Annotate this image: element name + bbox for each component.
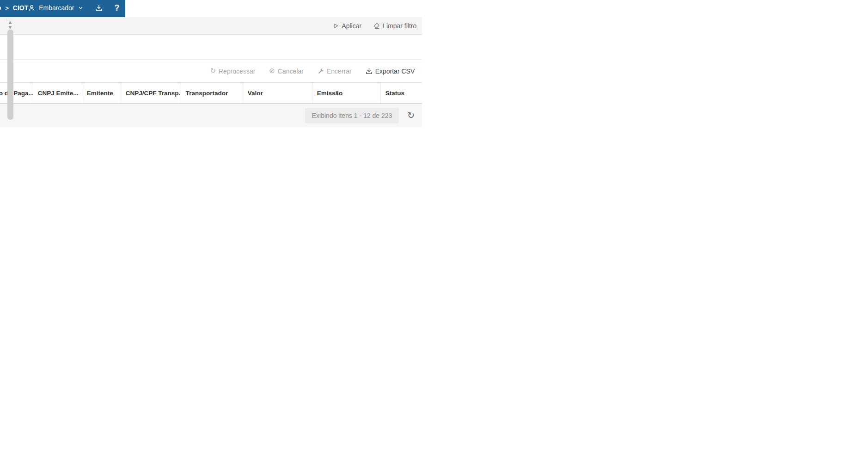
apply-filter-button[interactable]: Aplicar [333,22,361,30]
apply-filter-label: Aplicar [342,22,361,30]
pager-bar: 12345... 12 [0,104,422,127]
header-transportador[interactable]: Transportador [181,83,243,103]
clear-filter-label: Limpar filtro [383,22,416,30]
header-label: Status [385,90,404,97]
user-menu-button[interactable]: Embarcador [28,4,83,12]
app-window: ldFrete > Gestão de Emissão > CIOT Embar… [0,0,14,16]
user-icon [28,5,35,12]
chevron-down-icon [78,6,83,11]
header-label: Tipo de Paga... [0,90,33,97]
scrollbar-thumb[interactable] [7,30,13,120]
wrench-icon [318,68,324,74]
cancel-slash-icon: ⊘ [269,68,275,74]
header-label: Emissão [317,90,343,97]
topbar-right: Embarcador ? [28,4,119,12]
filter-actions: Aplicar Limpar filtro [333,22,416,30]
export-download-icon [366,68,373,74]
header-valor[interactable]: Valor [243,83,312,103]
breadcrumb-item-gestao-de-emissao[interactable]: Gestão de Emissão [0,4,1,12]
header-cnpj-emitente[interactable]: CNPJ Emite... [33,83,82,103]
header-label: CNPJ Emite... [38,90,79,97]
header-label: Emitente [87,90,113,97]
header-status[interactable]: Status [380,83,422,103]
close-ciot-label: Encerrar [327,68,352,75]
header-cnpj-cpf-transportador[interactable]: CNPJ/CPF Transp... [121,83,181,103]
reprocess-label: Reprocessar [219,68,255,75]
header-emissao[interactable]: Emissão [312,83,380,103]
scroll-up-icon[interactable]: ▲ [9,20,12,25]
export-csv-label: Exportar CSV [375,68,415,75]
close-ciot-button[interactable]: Encerrar [318,68,352,75]
header-tipo-pagamento[interactable]: Tipo de Paga... [0,83,33,103]
download-icon [95,4,103,12]
header-label: Valor [248,90,263,97]
table-header: Data de Envio ↓ Tipo Número Protocolo Da… [0,83,422,104]
help-button[interactable]: ? [115,4,120,12]
breadcrumb-separator: > [5,5,9,12]
topbar: ldFrete > Gestão de Emissão > CIOT Embar… [0,0,125,17]
header-emitente[interactable]: Emitente [82,83,121,103]
header-label: CNPJ/CPF Transp... [126,90,181,97]
cancel-label: Cancelar [278,68,304,75]
download-button[interactable] [95,4,103,12]
cancel-button[interactable]: ⊘ Cancelar [269,68,304,75]
filters-bar: Filtros Aplicar Limpar filtro [0,17,422,35]
apply-play-icon [333,23,339,29]
grid-toolbar: ↻ Reprocessar ⊘ Cancelar Encerrar Expo [0,60,422,83]
pager-summary: Exibindo itens 1 - 12 de 223 [305,108,399,123]
user-menu-label: Embarcador [39,4,74,12]
refresh-icon: ↻ [210,68,216,74]
pager-info-area: Exibindo itens 1 - 12 de 223 ↻ [305,108,415,123]
grid-refresh-button[interactable]: ↻ [407,111,415,120]
header-label: Transportador [186,90,228,97]
breadcrumb: > Gestão de Emissão > CIOT [0,4,28,12]
reprocess-button[interactable]: ↻ Reprocessar [210,68,255,75]
vertical-scrollbar[interactable]: ▲ ▼ [6,18,14,21]
export-csv-button[interactable]: Exportar CSV [366,68,415,75]
group-bar: + Novo grupo [0,35,422,60]
clear-filter-button[interactable]: Limpar filtro [373,22,416,30]
eraser-icon [373,23,380,29]
breadcrumb-item-ciot[interactable]: CIOT [13,4,28,12]
